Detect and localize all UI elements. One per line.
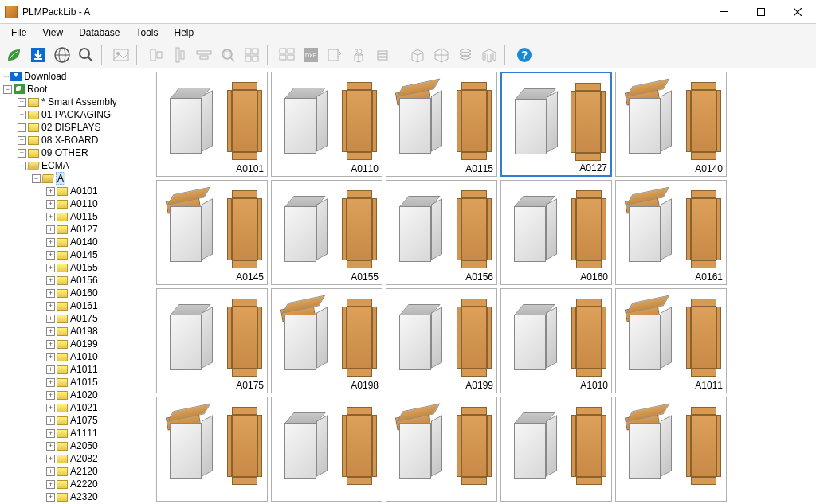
tree-item[interactable]: +A0101 <box>2 185 151 197</box>
container-button[interactable] <box>478 44 500 66</box>
expand-icon[interactable]: + <box>18 98 26 107</box>
tree-pane[interactable]: ···· Download − Root +* Smart Assembly+0… <box>0 68 151 504</box>
thumbnail-item[interactable]: A0161 <box>615 180 727 285</box>
expand-icon[interactable]: + <box>46 213 55 221</box>
expand-icon[interactable]: + <box>46 353 55 361</box>
edit-button[interactable] <box>324 44 346 66</box>
expand-icon[interactable]: + <box>18 111 26 119</box>
dxf-button[interactable]: DXF <box>300 44 322 66</box>
tree-item[interactable]: +A1021 <box>2 401 151 414</box>
collapse-icon[interactable]: − <box>18 162 26 170</box>
expand-icon[interactable]: + <box>46 327 55 336</box>
tree-item[interactable]: +A0175 <box>2 312 151 325</box>
expand-icon[interactable]: + <box>18 136 26 145</box>
tree-download[interactable]: ···· Download <box>2 70 151 83</box>
expand-icon[interactable]: + <box>46 187 55 196</box>
tree-folder[interactable]: +02 DISPLAYS <box>2 121 151 134</box>
expand-icon[interactable]: + <box>46 315 55 323</box>
thumbnail-item[interactable]: A0115 <box>386 72 497 177</box>
nesting-button[interactable] <box>276 44 298 66</box>
tree-folder-selected[interactable]: −A <box>2 172 151 185</box>
expand-icon[interactable]: + <box>46 238 55 247</box>
expand-icon[interactable]: + <box>46 391 55 400</box>
align-center-v-button[interactable] <box>169 44 191 66</box>
download-button[interactable] <box>27 44 49 66</box>
expand-icon[interactable]: + <box>46 302 55 311</box>
align-left-button[interactable] <box>145 44 167 66</box>
tree-folder[interactable]: −ECMA <box>2 159 151 172</box>
image-button[interactable] <box>110 44 132 66</box>
expand-icon[interactable]: + <box>46 340 55 349</box>
thumbnail-item[interactable]: A0198 <box>271 288 382 393</box>
menu-help[interactable]: Help <box>167 25 202 40</box>
menu-file[interactable]: File <box>3 25 34 40</box>
tree-item[interactable]: +A1015 <box>2 376 151 389</box>
expand-icon[interactable]: + <box>46 416 55 425</box>
expand-icon[interactable]: + <box>46 225 55 234</box>
align-center-h-button[interactable] <box>193 44 215 66</box>
thumbnail-item[interactable]: A0155 <box>271 180 382 285</box>
expand-icon[interactable]: + <box>46 493 55 502</box>
tree-item[interactable]: +A1111 <box>2 427 151 440</box>
tree-item[interactable]: +A0110 <box>2 197 151 210</box>
tree-item[interactable]: +A1075 <box>2 414 151 427</box>
thumbnail-item[interactable]: A1010 <box>500 288 612 393</box>
thumbnail-item[interactable] <box>386 397 497 502</box>
thumbnail-item[interactable] <box>615 397 727 502</box>
menu-database[interactable]: Database <box>71 25 128 40</box>
tree-item[interactable]: +A0115 <box>2 210 151 223</box>
thumbnail-item[interactable] <box>156 397 268 502</box>
tree-item[interactable]: +A2320 <box>2 490 151 503</box>
tree-root[interactable]: − Root <box>2 83 151 96</box>
collapse-icon[interactable]: − <box>32 174 41 183</box>
help-button[interactable]: ? <box>513 44 536 66</box>
expand-icon[interactable]: + <box>46 404 55 412</box>
expand-icon[interactable]: + <box>46 264 55 272</box>
thumbnail-item[interactable]: A0140 <box>615 72 727 177</box>
tree-item[interactable]: +A0198 <box>2 325 151 338</box>
expand-icon[interactable]: + <box>46 467 55 476</box>
collapse-icon[interactable]: − <box>3 85 12 94</box>
tree-folder[interactable]: +* Smart Assembly <box>2 96 151 108</box>
tree-item[interactable]: +A0156 <box>2 274 151 287</box>
tree-item[interactable]: +A2120 <box>2 465 151 478</box>
tree-item[interactable]: +A0199 <box>2 338 151 350</box>
expand-icon[interactable]: + <box>46 200 55 209</box>
tree-item[interactable]: +A0161 <box>2 299 151 312</box>
thumbnail-item[interactable]: A0110 <box>271 72 382 177</box>
expand-icon[interactable]: + <box>46 442 55 451</box>
thumbnail-item[interactable]: A0156 <box>386 180 497 285</box>
maximize-button[interactable] <box>743 0 779 24</box>
tree-item[interactable]: +A1011 <box>2 363 151 376</box>
globe-button[interactable] <box>51 44 73 66</box>
expand-icon[interactable]: + <box>18 149 26 158</box>
tree-folder[interactable]: +09 OTHER <box>2 147 151 159</box>
expand-icon[interactable]: + <box>18 123 26 132</box>
3d-button[interactable]: 3D <box>347 44 370 66</box>
search-button[interactable] <box>75 44 97 66</box>
layout-button[interactable] <box>241 44 263 66</box>
leaf-button[interactable] <box>3 44 26 66</box>
tree-item[interactable]: +A0145 <box>2 248 151 261</box>
tree-item[interactable]: +A2082 <box>2 452 151 465</box>
tree-item[interactable]: +A2220 <box>2 478 151 490</box>
thumbnail-item[interactable]: A0199 <box>386 288 497 393</box>
tree-folder[interactable]: +01 PACKAGING <box>2 108 151 121</box>
thumbnail-item[interactable] <box>500 397 612 502</box>
thumbnail-pane[interactable]: A0101A0110A0115A0127A0140A0145A0155A0156… <box>151 68 816 504</box>
thumbnail-item[interactable]: A0160 <box>500 180 612 285</box>
tree-item[interactable]: +A1020 <box>2 389 151 401</box>
thumbnail-item[interactable]: A0145 <box>156 180 268 285</box>
expand-icon[interactable]: + <box>46 378 55 387</box>
close-button[interactable] <box>779 0 816 24</box>
pallet-button[interactable] <box>430 44 453 66</box>
thumbnail-item[interactable]: A0127 <box>500 72 612 177</box>
menu-view[interactable]: View <box>34 25 71 40</box>
thumbnail-item[interactable]: A1011 <box>615 288 727 393</box>
menu-tools[interactable]: Tools <box>128 25 167 40</box>
tree-item[interactable]: +A0160 <box>2 287 151 299</box>
expand-icon[interactable]: + <box>46 480 55 489</box>
minimize-button[interactable] <box>706 0 743 24</box>
tree-item[interactable]: +A1010 <box>2 350 151 363</box>
tree-item[interactable]: +A0155 <box>2 261 151 274</box>
